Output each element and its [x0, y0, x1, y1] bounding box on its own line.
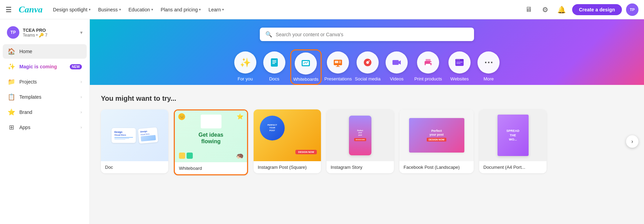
canva-logo[interactable]: Canva [19, 4, 42, 15]
user-info: TCEA PRO Teams • 🔑 7 [23, 28, 80, 38]
card-label-doc: Doc [101, 161, 168, 173]
category-presentations[interactable]: Presentations [324, 51, 352, 85]
category-circle-more: ⋯ [477, 51, 500, 74]
category-label-docs: Docs [269, 76, 280, 85]
sidebar-item-templates[interactable]: 📋 Templates › [3, 90, 87, 104]
user-card[interactable]: TP TCEA PRO Teams • 🔑 7 ▾ [3, 23, 87, 41]
sidebar-item-brand[interactable]: ⭐ Brand › [3, 105, 87, 119]
category-print-products[interactable]: Print products [413, 51, 444, 85]
user-sub: Teams • 🔑 7 [23, 33, 80, 38]
category-circle-videos [386, 51, 408, 74]
chevron-down-icon: ▾ [89, 8, 91, 11]
navbar-left: ☰ Canva Design spotlight ▾ Business ▾ Ed… [6, 4, 522, 15]
content-area: You might want to try... Design Visual D… [90, 85, 644, 185]
nav-link-label: Plans and pricing [161, 7, 198, 12]
sidebar-item-label: Home [19, 49, 82, 54]
card-whiteboard[interactable]: ⭐ 😊 Get ideasflowing 🦔 [174, 109, 248, 175]
category-social-media[interactable]: Social media [354, 51, 381, 85]
chevron-down-icon: ▾ [151, 8, 153, 11]
svg-rect-24 [456, 62, 463, 62]
svg-point-21 [456, 60, 457, 60]
chevron-down-icon: ▾ [222, 8, 224, 11]
category-label-for-you: For you [238, 76, 253, 85]
svg-rect-2 [272, 62, 276, 62]
sidebar-item-projects[interactable]: 📁 Projects › [3, 75, 87, 89]
card-thumb-ig-square: PERFECTYOURPOST DESIGN NOW [254, 109, 321, 161]
monitor-icon: 🖥 [525, 6, 532, 13]
sidebar-item-apps[interactable]: ⊞ Apps › [3, 120, 87, 135]
card-doc[interactable]: Design Visual Docs Design Visual Docs [101, 109, 168, 173]
user-chevron-icon: ▾ [80, 30, 83, 35]
hamburger-icon[interactable]: ☰ [6, 6, 12, 14]
card-thumb-doc4: SPREADTHEWO... [479, 109, 547, 161]
card-instagram-square[interactable]: PERFECTYOURPOST DESIGN NOW Instagram Pos… [254, 109, 321, 173]
sidebar-item-label: Templates [19, 94, 76, 100]
nav-links: Design spotlight ▾ Business ▾ Education … [49, 5, 227, 14]
gear-icon: ⚙ [542, 6, 548, 14]
categories-row: ✨ For you Docs [101, 49, 633, 85]
category-videos[interactable]: Videos [383, 51, 410, 85]
nav-link-learn[interactable]: Learn ▾ [205, 5, 227, 14]
category-whiteboards[interactable]: Whiteboards [290, 49, 322, 85]
category-docs[interactable]: Docs [261, 51, 287, 85]
category-for-you[interactable]: ✨ For you [232, 51, 258, 85]
bell-icon: 🔔 [557, 6, 566, 14]
avatar[interactable]: TP [626, 3, 638, 16]
section-title: You might want to try... [101, 95, 633, 103]
card-instagram-story[interactable]: Perfectyourpost DESIGN NOW Instagram Sto… [326, 109, 394, 173]
svg-point-18 [430, 62, 432, 63]
svg-rect-11 [336, 66, 340, 67]
apps-icon: ⊞ [8, 124, 15, 131]
sidebar-item-label: Projects [19, 79, 76, 85]
sidebar-item-home[interactable]: 🏠 Home [3, 44, 87, 59]
svg-rect-7 [335, 61, 338, 63]
nav-link-plans-pricing[interactable]: Plans and pricing ▾ [157, 5, 204, 14]
svg-rect-17 [426, 64, 430, 66]
svg-rect-3 [272, 63, 275, 64]
sidebar-item-label: Apps [19, 125, 76, 130]
notifications-icon-btn[interactable]: 🔔 [556, 3, 568, 16]
category-more[interactable]: ⋯ More [475, 51, 502, 85]
card-doc-a4[interactable]: SPREADTHEWO... Document (A4 Port... [479, 109, 547, 173]
next-arrow-button[interactable]: › [626, 135, 638, 148]
cards-row: Design Visual Docs Design Visual Docs [101, 109, 633, 175]
svg-rect-25 [456, 63, 461, 64]
category-label-social: Social media [355, 76, 380, 85]
sidebar-item-label: Brand [19, 109, 76, 115]
category-circle-websites [448, 51, 471, 74]
card-label-fb: Facebook Post (Landscape) [399, 161, 474, 173]
brand-icon: ⭐ [8, 108, 15, 116]
nav-link-label: Learn [208, 7, 221, 12]
templates-icon: 📋 [8, 93, 15, 101]
search-input[interactable] [276, 32, 468, 37]
main-content: 🔍 ✨ For you [90, 19, 644, 224]
card-facebook-landscape[interactable]: Perfectyour post DESIGN NOW Facebook Pos… [399, 109, 474, 173]
nav-link-design-spotlight[interactable]: Design spotlight ▾ [49, 5, 94, 14]
nav-link-label: Business [98, 7, 118, 12]
nav-link-business[interactable]: Business ▾ [95, 5, 124, 14]
create-design-button[interactable]: Create a design [572, 4, 622, 15]
monitor-icon-btn[interactable]: 🖥 [522, 3, 535, 16]
svg-rect-16 [426, 59, 430, 62]
category-label-whiteboards: Whiteboards [293, 77, 319, 84]
category-circle-docs [263, 51, 285, 74]
card-label-whiteboard: Whiteboard [175, 162, 247, 174]
settings-icon-btn[interactable]: ⚙ [539, 3, 551, 16]
chevron-right-icon: › [80, 125, 82, 130]
nav-link-label: Design spotlight [53, 7, 87, 12]
category-websites[interactable]: Websites [446, 51, 473, 85]
svg-rect-10 [337, 65, 339, 66]
magic-label: Magic is coming [19, 64, 66, 69]
category-circle-print [417, 51, 439, 74]
chevron-right-icon: › [80, 79, 82, 84]
sidebar-item-magic[interactable]: ✨ Magic is coming NEW [3, 59, 87, 74]
sparkle-icon: ✨ [8, 63, 15, 70]
nav-link-education[interactable]: Education ▾ [125, 5, 157, 14]
navbar: ☰ Canva Design spotlight ▾ Business ▾ Ed… [0, 0, 644, 19]
category-label-presentations: Presentations [324, 76, 352, 85]
chevron-right-icon: › [80, 95, 82, 99]
folder-icon: 📁 [8, 78, 15, 86]
magic-badge: NEW [70, 64, 82, 69]
category-circle-for-you: ✨ [234, 51, 256, 74]
svg-point-23 [459, 60, 460, 60]
